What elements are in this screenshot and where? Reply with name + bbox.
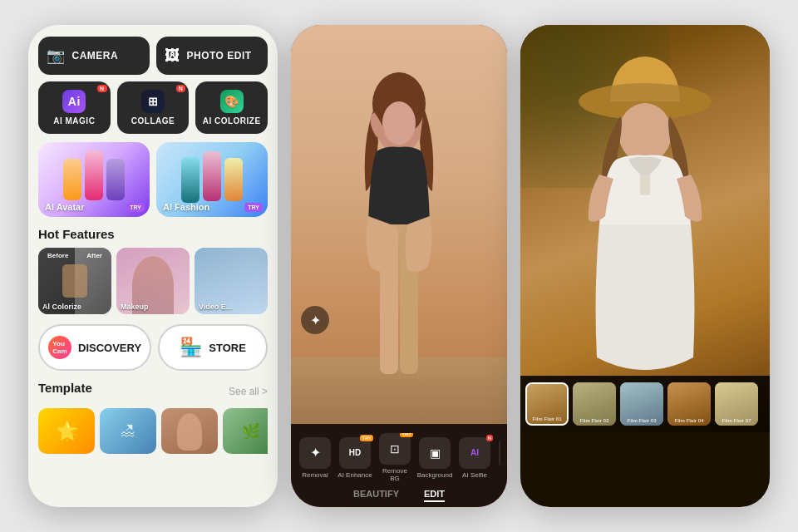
collage-icon: ⊞ — [141, 90, 165, 113]
film-label-4: Film Flair 04 — [667, 418, 711, 423]
store-label: STORE — [209, 342, 246, 354]
hot-features-title: Hot Features — [38, 227, 268, 241]
store-button[interactable]: 🏪 STORE — [158, 324, 268, 371]
hot-features-row: Before After Al Colorize Makeup Video E.… — [38, 248, 268, 314]
photo-background — [291, 25, 507, 424]
avatar-try-badge: TRY — [126, 203, 145, 212]
hot-card-video[interactable]: Video E... — [195, 248, 268, 314]
ai-selfie-icon: N AI — [459, 437, 490, 469]
film-label-5: Film Flair 07 — [715, 418, 758, 423]
ai-colorize-button[interactable]: 🎨 AI COLORIZE — [195, 81, 268, 134]
template-row: 🌟 🏖 🌿 — [38, 408, 268, 454]
screenshots-container: 📷 CAMERA 🖼 PHOTO EDIT N Ai AI MAGIC — [12, 8, 786, 524]
svg-point-7 — [618, 103, 672, 163]
toolbar-remove-bg[interactable]: TRY ⊡ Remove BG — [377, 433, 412, 482]
template-card-3[interactable] — [161, 408, 218, 454]
hot-card-colorize-label: Al Colorize — [42, 303, 81, 311]
template-title: Template — [38, 381, 92, 395]
ai-colorize-label: AI COLORIZE — [203, 116, 261, 126]
woman2-background — [520, 25, 770, 432]
before-after-labels: Before After — [38, 252, 111, 259]
youcam-logo: YouCam — [48, 336, 71, 359]
template-card-1[interactable]: 🌟 — [38, 408, 95, 454]
ai-avatar-card[interactable]: Al Avatar TRY — [38, 142, 150, 217]
photo-main-area: ✦ — [291, 25, 507, 424]
fashion-try-badge: TRY — [244, 203, 263, 212]
ai-magic-button[interactable]: N Ai AI MAGIC — [38, 81, 111, 134]
photo-woman2-area: Film Flair 01 Film Flair 02 Film Flair 0… — [520, 25, 770, 432]
toolbar-ai-enhance[interactable]: TRY HD AI Enhance — [337, 437, 372, 479]
camera-icon: 📷 — [47, 47, 66, 65]
try-badge-enhance: TRY — [360, 435, 373, 441]
new-badge-aimagic: N — [97, 85, 107, 92]
removal-icon: ✦ — [299, 437, 331, 469]
ai-magic-icon: Ai — [62, 90, 86, 113]
removal-label: Removal — [302, 471, 328, 479]
before-label: Before — [47, 252, 68, 259]
tab-row: BEAUTIFY EDIT — [298, 489, 500, 502]
film-thumb-1[interactable]: Film Flair 01 — [525, 382, 569, 426]
feature-cards: Al Avatar TRY Al Fashion TRY — [38, 142, 268, 217]
film-strip: Film Flair 01 Film Flair 02 Film Flair 0… — [520, 376, 770, 432]
film-thumb-3[interactable]: Film Flair 03 — [620, 382, 663, 426]
photo-edit-label: PHOTO EDIT — [187, 50, 252, 62]
toolbar-removal[interactable]: ✦ Removal — [298, 437, 332, 479]
screen2-edit: ✦ ✦ Removal TRY HD AI Enhance TRY — [291, 25, 507, 507]
after-label: After — [86, 252, 102, 259]
film-thumb-4[interactable]: Film Flair 04 — [667, 382, 711, 426]
photo-edit-icon: 🖼 — [165, 47, 180, 65]
toolbar-animate[interactable]: ☆ Anim... — [497, 437, 500, 479]
wand-button[interactable]: ✦ — [301, 306, 329, 334]
film-thumb-5[interactable]: Film Flair 07 — [715, 382, 758, 426]
ai-fashion-card[interactable]: Al Fashion TRY — [156, 142, 268, 217]
ai-colorize-icon: 🎨 — [220, 90, 244, 113]
tab-beautify[interactable]: BEAUTIFY — [353, 489, 399, 502]
remove-bg-icon: TRY ⊡ — [379, 433, 411, 465]
ai-magic-label: AI MAGIC — [53, 116, 95, 126]
svg-point-2 — [382, 101, 416, 145]
film-label-2: Film Flair 02 — [573, 418, 616, 423]
fashion-card-label: Al Fashion — [163, 202, 209, 212]
ai-enhance-label: AI Enhance — [337, 471, 372, 479]
film-label-1: Film Flair 01 — [527, 416, 567, 421]
template-header: Template See all > — [38, 381, 268, 401]
toolbar-icons: ✦ Removal TRY HD AI Enhance TRY ⊡ Remove… — [298, 433, 500, 482]
ai-tools-grid: N Ai AI MAGIC N ⊞ COLLAGE 🎨 — [38, 81, 268, 134]
try-badge-removebg: TRY — [400, 433, 413, 437]
edit-toolbar: ✦ Removal TRY HD AI Enhance TRY ⊡ Remove… — [291, 425, 507, 507]
film-label-3: Film Flair 03 — [620, 418, 663, 423]
background-icon: ▣ — [419, 437, 451, 469]
hot-card-makeup-label: Makeup — [121, 303, 149, 311]
camera-button[interactable]: 📷 CAMERA — [38, 37, 150, 75]
woman2-silhouette — [554, 42, 736, 432]
hot-card-video-label: Video E... — [199, 303, 232, 311]
camera-label: CAMERA — [72, 50, 119, 62]
discovery-label: DISCOVERY — [78, 342, 141, 354]
screen3-filter: Film Flair 01 Film Flair 02 Film Flair 0… — [520, 25, 770, 507]
film-thumb-2[interactable]: Film Flair 02 — [573, 382, 616, 426]
screen1-home: 📷 CAMERA 🖼 PHOTO EDIT N Ai AI MAGIC — [28, 25, 278, 507]
tab-edit[interactable]: EDIT — [424, 489, 445, 502]
woman-silhouette — [328, 58, 470, 424]
toolbar-ai-selfie[interactable]: N AI AI Selfie — [457, 437, 492, 479]
hot-card-colorize[interactable]: Before After Al Colorize — [38, 248, 111, 314]
animate-icon: ☆ — [499, 437, 500, 469]
discovery-button[interactable]: YouCam DISCOVERY — [38, 324, 151, 371]
toolbar-background[interactable]: ▣ Background — [417, 437, 452, 479]
remove-bg-label: Remove BG — [377, 467, 412, 482]
ai-selfie-label: AI Selfie — [462, 471, 487, 479]
ai-enhance-icon: TRY HD — [339, 437, 371, 469]
template-card-2[interactable]: 🏖 — [100, 408, 156, 454]
new-badge-selfie: N — [486, 435, 493, 441]
photo-edit-button[interactable]: 🖼 PHOTO EDIT — [156, 37, 268, 75]
background-label: Background — [417, 471, 453, 479]
template-card-4[interactable]: 🌿 — [223, 408, 268, 454]
hot-card-makeup[interactable]: Makeup — [116, 248, 190, 314]
see-all-link[interactable]: See all > — [229, 386, 268, 397]
collage-button[interactable]: N ⊞ COLLAGE — [117, 81, 190, 134]
new-badge-collage: N — [176, 85, 186, 92]
action-buttons: YouCam DISCOVERY 🏪 STORE — [38, 324, 268, 371]
top-grid: 📷 CAMERA 🖼 PHOTO EDIT — [38, 37, 268, 75]
collage-label: COLLAGE — [131, 116, 175, 126]
avatar-card-label: Al Avatar — [45, 202, 84, 212]
